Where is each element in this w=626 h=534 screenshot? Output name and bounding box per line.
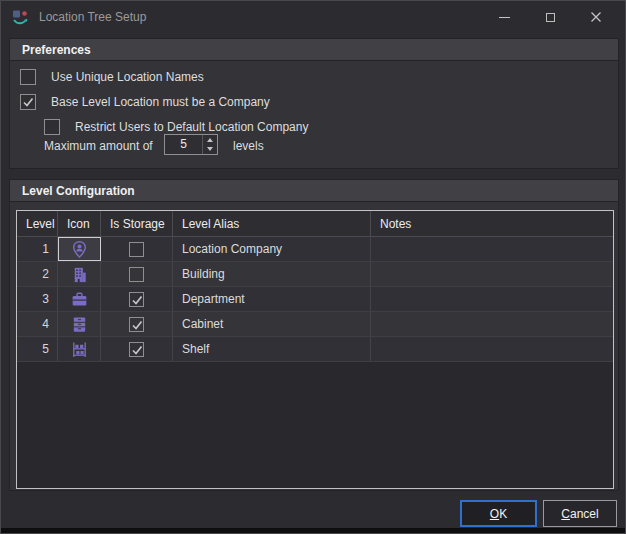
building-icon [70, 265, 89, 284]
icon-cell[interactable] [58, 312, 101, 336]
icon-cell-selected[interactable] [58, 237, 101, 261]
maximize-button[interactable] [527, 2, 573, 32]
level-cell: 3 [17, 287, 58, 311]
base-level-company-checkbox[interactable] [20, 94, 36, 110]
close-icon [590, 11, 602, 23]
checkmark-icon [130, 293, 144, 307]
notes-cell[interactable] [371, 337, 613, 361]
column-header-notes[interactable]: Notes [371, 211, 613, 236]
cancel-button[interactable]: Cancel [543, 500, 617, 527]
table-header-row: Level Icon Is Storage Level Alias Notes [17, 211, 613, 237]
is-storage-cell [101, 312, 173, 336]
minimize-button[interactable] [481, 2, 527, 32]
is-storage-checkbox[interactable] [129, 292, 144, 307]
spinner-buttons [202, 135, 217, 154]
ok-label-rest: K [499, 507, 507, 521]
is-storage-checkbox[interactable] [129, 242, 144, 257]
restrict-users-checkbox[interactable] [44, 119, 60, 135]
title-bar: Location Tree Setup [1, 1, 625, 33]
level-cell: 1 [17, 237, 58, 261]
unique-location-names-row: Use Unique Location Names [20, 69, 204, 85]
ok-button[interactable]: OK [460, 500, 537, 527]
cancel-accelerator: C [561, 507, 570, 521]
table-row[interactable]: 4 [17, 312, 613, 337]
level-alias-cell[interactable]: Cabinet [173, 312, 371, 336]
level-cell: 4 [17, 312, 58, 336]
window-controls [481, 1, 625, 33]
level-cell: 2 [17, 262, 58, 286]
ok-accelerator: O [490, 507, 499, 521]
shelf-icon [70, 340, 89, 359]
max-levels-label-after: levels [233, 139, 264, 153]
is-storage-cell [101, 262, 173, 286]
level-configuration-header: Level Configuration [10, 180, 618, 202]
column-header-icon[interactable]: Icon [58, 211, 101, 236]
icon-cell[interactable] [58, 287, 101, 311]
column-header-is-storage[interactable]: Is Storage [101, 211, 173, 236]
notes-cell[interactable] [371, 262, 613, 286]
table-row[interactable]: 5 [17, 337, 613, 362]
max-levels-value[interactable]: 5 [165, 135, 202, 154]
column-header-level[interactable]: Level [17, 211, 58, 236]
preferences-panel: Preferences Use Unique Location Names Ba… [9, 38, 619, 169]
window-title: Location Tree Setup [39, 10, 146, 24]
icon-cell[interactable] [58, 262, 101, 286]
person-location-pin-icon [70, 240, 89, 259]
level-cell: 5 [17, 337, 58, 361]
restrict-users-row: Restrict Users to Default Location Compa… [44, 119, 308, 135]
unique-location-names-label: Use Unique Location Names [51, 70, 204, 84]
cabinet-icon [70, 315, 89, 334]
notes-cell[interactable] [371, 312, 613, 336]
checkmark-icon [130, 343, 144, 357]
up-arrow-icon [207, 138, 213, 142]
level-alias-cell[interactable]: Building [173, 262, 371, 286]
table-row[interactable]: 2 [17, 262, 613, 287]
restrict-users-label: Restrict Users to Default Location Compa… [75, 120, 308, 134]
location-tree-setup-dialog: Location Tree Setup Preferences Use Uniq… [0, 0, 626, 534]
minimize-icon [499, 17, 510, 18]
checkmark-icon [130, 318, 144, 332]
preferences-header: Preferences [10, 39, 618, 61]
is-storage-checkbox[interactable] [129, 267, 144, 282]
cancel-label-rest: ancel [570, 507, 599, 521]
table-row[interactable]: 3 Department [17, 287, 613, 312]
is-storage-checkbox[interactable] [129, 342, 144, 357]
spinner-up-button[interactable] [203, 135, 217, 145]
level-configuration-panel: Level Configuration Level Icon Is Storag… [9, 179, 619, 491]
base-level-company-row: Base Level Location must be a Company [20, 94, 270, 110]
window-bottom-edge [1, 528, 625, 533]
level-alias-cell[interactable]: Location Company [173, 237, 371, 261]
level-configuration-table: Level Icon Is Storage Level Alias Notes … [16, 210, 614, 489]
notes-cell[interactable] [371, 237, 613, 261]
down-arrow-icon [207, 147, 213, 151]
briefcase-icon [70, 290, 89, 309]
icon-cell[interactable] [58, 337, 101, 361]
spinner-down-button[interactable] [203, 145, 217, 155]
is-storage-checkbox[interactable] [129, 317, 144, 332]
column-header-level-alias[interactable]: Level Alias [173, 211, 371, 236]
level-alias-cell[interactable]: Shelf [173, 337, 371, 361]
checkmark-icon [21, 95, 35, 109]
unique-location-names-checkbox[interactable] [20, 69, 36, 85]
maximize-icon [546, 13, 555, 22]
table-row[interactable]: 1 Location Company [17, 237, 613, 262]
notes-cell[interactable] [371, 287, 613, 311]
is-storage-cell [101, 287, 173, 311]
max-levels-label-before: Maximum amount of [44, 139, 153, 153]
level-alias-cell[interactable]: Department [173, 287, 371, 311]
app-icon [12, 9, 29, 26]
is-storage-cell [101, 337, 173, 361]
is-storage-cell [101, 237, 173, 261]
close-button[interactable] [573, 2, 619, 32]
base-level-company-label: Base Level Location must be a Company [51, 95, 270, 109]
max-levels-spinner: 5 [164, 134, 218, 155]
